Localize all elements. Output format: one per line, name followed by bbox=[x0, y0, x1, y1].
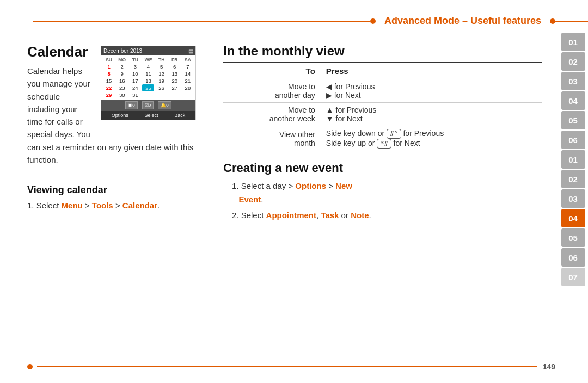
appointment-link[interactable]: Appointment bbox=[266, 211, 316, 220]
cal-cell-30: 30 bbox=[116, 91, 128, 98]
sidebar-item-03-bot[interactable]: 03 bbox=[561, 189, 585, 208]
sidebar-item-04-top[interactable]: 04 bbox=[561, 91, 585, 110]
calendar-link[interactable]: Calendar bbox=[122, 201, 157, 210]
cal-icons-row: ▣0 ☑0 🔔0 bbox=[101, 100, 195, 111]
monthly-view-title: In the monthly view bbox=[223, 44, 542, 59]
creating-step-2: 2. Select Appointment, Task or Note. bbox=[232, 209, 542, 223]
main-content: December 2013 ▤ SU MO TU WE TH FR SA 1 2… bbox=[0, 33, 558, 383]
table-to-month: View othermonth bbox=[223, 126, 321, 152]
cal-cell-10: 10 bbox=[129, 70, 141, 77]
cal-cell-31: 31 bbox=[129, 91, 141, 98]
sidebar-item-06-bot[interactable]: 06 bbox=[561, 248, 585, 267]
cal-cell-27: 27 bbox=[169, 84, 181, 91]
sidebar-item-02-top[interactable]: 02 bbox=[561, 52, 585, 71]
cal-grid: SU MO TU WE TH FR SA 1 2 3 4 5 6 7 bbox=[101, 55, 195, 100]
table-to-day: Move toanother day bbox=[223, 79, 321, 103]
sidebar-item-04-active[interactable]: 04 bbox=[561, 209, 585, 227]
cal-day-su: SU bbox=[103, 57, 115, 63]
tools-link[interactable]: Tools bbox=[92, 201, 113, 210]
cal-cell-5: 5 bbox=[156, 63, 168, 70]
viewing-step-1: 1. Select Menu > Tools > Calendar. bbox=[27, 199, 196, 212]
header-title: Advanced Mode – Useful features bbox=[381, 15, 544, 27]
sidebar-item-05-top[interactable]: 05 bbox=[561, 111, 585, 129]
cal-cell-26: 26 bbox=[156, 84, 168, 91]
cal-cell-14: 14 bbox=[182, 70, 194, 77]
new-event-link[interactable]: New Event bbox=[232, 181, 352, 204]
header-dot-right bbox=[550, 18, 555, 24]
cal-icon-alarm: 🔔0 bbox=[158, 101, 171, 109]
footer-bar: 149 bbox=[27, 362, 555, 371]
cal-cell-17: 17 bbox=[129, 77, 141, 84]
sidebar-item-03-top[interactable]: 03 bbox=[561, 72, 585, 90]
cal-cell-2: 2 bbox=[116, 63, 128, 70]
creating-steps-list: 1. Select a day > Options > New Event. 2… bbox=[223, 180, 542, 222]
cal-cell-28: 28 bbox=[182, 84, 194, 91]
cal-cell-9: 9 bbox=[116, 70, 128, 77]
cal-header: December 2013 ▤ bbox=[101, 46, 195, 55]
header-dot-left bbox=[370, 18, 376, 24]
cal-cell-7: 7 bbox=[182, 63, 194, 70]
options-link[interactable]: Options bbox=[295, 181, 326, 190]
cal-icon-0: ▣0 bbox=[125, 101, 137, 109]
cal-cell-12: 12 bbox=[156, 70, 168, 77]
calendar-screenshot: December 2013 ▤ SU MO TU WE TH FR SA 1 2… bbox=[101, 46, 196, 120]
hash-key: #° bbox=[387, 129, 401, 139]
cal-cell-1: 1 bbox=[103, 63, 115, 70]
header-bar: Advanced Mode – Useful features bbox=[0, 15, 588, 27]
cal-cell-6: 6 bbox=[169, 63, 181, 70]
menu-link[interactable]: Menu bbox=[62, 201, 83, 210]
table-row-day: Move toanother day ◀ for Previous▶ for N… bbox=[223, 79, 542, 103]
page-number: 149 bbox=[537, 362, 555, 371]
task-link[interactable]: Task bbox=[321, 211, 339, 220]
cal-nav-icon: ▤ bbox=[188, 48, 193, 54]
sidebar-item-05-bot[interactable]: 05 bbox=[561, 228, 585, 247]
table-header-to: To bbox=[223, 63, 321, 79]
star-key: *# bbox=[377, 139, 391, 149]
cal-options-label: Options bbox=[112, 113, 128, 118]
cal-cell-15: 15 bbox=[103, 77, 115, 84]
cal-cell-3: 3 bbox=[129, 63, 141, 70]
monthly-table: To Press Move toanother day ◀ for Previo… bbox=[223, 63, 542, 151]
sidebar: 01 02 03 04 05 06 01 02 03 04 05 06 07 bbox=[558, 0, 588, 383]
sidebar-item-07-bot[interactable]: 07 bbox=[561, 268, 585, 286]
cal-cell-21: 21 bbox=[182, 77, 194, 84]
cal-cell-18: 18 bbox=[142, 77, 154, 84]
cal-day-sa: SA bbox=[182, 57, 194, 63]
table-press-day: ◀ for Previous▶ for Next bbox=[321, 79, 542, 103]
footer-line bbox=[37, 366, 537, 367]
cal-cell-24: 24 bbox=[129, 84, 141, 91]
cal-day-we: WE bbox=[142, 57, 154, 63]
table-press-month: Side key down or #° for Previous Side ke… bbox=[321, 126, 542, 152]
sidebar-item-01-top[interactable]: 01 bbox=[561, 33, 585, 51]
cal-icon-check: ☑0 bbox=[142, 101, 154, 109]
cal-cell-19: 19 bbox=[156, 77, 168, 84]
sidebar-item-01-bot[interactable]: 01 bbox=[561, 150, 585, 169]
note-link[interactable]: Note bbox=[351, 211, 369, 220]
table-row-week: Move toanother week ▲ for Previous▼ for … bbox=[223, 103, 542, 126]
cal-cell-29: 29 bbox=[103, 91, 115, 98]
creating-title: Creating a new event bbox=[223, 161, 542, 175]
cal-cell-8: 8 bbox=[103, 70, 115, 77]
cal-day-fr: FR bbox=[169, 57, 181, 63]
sidebar-item-06-top[interactable]: 06 bbox=[561, 131, 585, 149]
cal-cell-20: 20 bbox=[169, 77, 181, 84]
cal-cell-23: 23 bbox=[116, 84, 128, 91]
cal-month-label: December 2013 bbox=[103, 48, 142, 54]
cal-cell-16: 16 bbox=[116, 77, 128, 84]
table-header-press: Press bbox=[321, 63, 542, 79]
cal-day-tu: TU bbox=[129, 57, 141, 63]
viewing-steps: 1. Select Menu > Tools > Calendar. bbox=[27, 199, 196, 212]
table-to-week: Move toanother week bbox=[223, 103, 321, 126]
cal-cell-22: 22 bbox=[103, 84, 115, 91]
sidebar-item-02-bot[interactable]: 02 bbox=[561, 170, 585, 188]
cal-select-label: Select bbox=[144, 113, 158, 118]
cal-day-th: TH bbox=[156, 57, 168, 63]
header-line-left bbox=[33, 21, 370, 22]
cal-cell-4: 4 bbox=[142, 63, 154, 70]
cal-cell-11: 11 bbox=[142, 70, 154, 77]
cal-back-label: Back bbox=[174, 113, 185, 118]
footer-dot bbox=[27, 364, 33, 369]
table-press-week: ▲ for Previous▼ for Next bbox=[321, 103, 542, 126]
left-column: December 2013 ▤ SU MO TU WE TH FR SA 1 2… bbox=[0, 33, 212, 383]
viewing-calendar-title: Viewing calendar bbox=[27, 184, 196, 196]
